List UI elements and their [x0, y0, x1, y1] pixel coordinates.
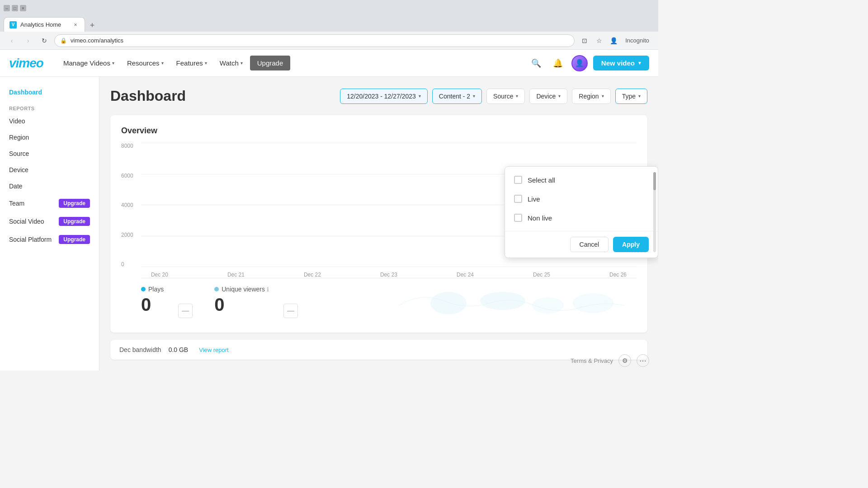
- nav-label-watch: Watch: [220, 59, 239, 67]
- type-dropdown: Select all Live Non live Cancel Apply: [505, 166, 658, 258]
- sidebar-item-region[interactable]: Region: [0, 129, 99, 145]
- sidebar-item-device[interactable]: Device: [0, 162, 99, 178]
- refresh-button[interactable]: ↻: [38, 34, 51, 47]
- chevron-down-icon: ▾: [161, 61, 164, 66]
- sidebar-item-source[interactable]: Source: [0, 145, 99, 162]
- x-label-dec25: Dec 25: [533, 272, 550, 278]
- window-maximize-button[interactable]: □: [12, 5, 18, 11]
- filter-date-range[interactable]: 12/20/2023 - 12/27/2023 ▾: [340, 89, 428, 104]
- address-bar[interactable]: 🔒 vimeo.com/analytics: [54, 34, 575, 47]
- browser-nav-actions: ⊡ ☆ 👤 Incognito: [578, 34, 653, 47]
- upgrade-badge-social-platform[interactable]: Upgrade: [59, 235, 90, 244]
- filter-region[interactable]: Region ▾: [572, 89, 610, 104]
- main-wrapper: Dashboard 12/20/2023 - 12/27/2023 ▾ Cont…: [99, 77, 658, 371]
- cancel-button[interactable]: Cancel: [570, 237, 609, 252]
- live-label: Live: [528, 195, 540, 203]
- dropdown-item-non-live[interactable]: Non live: [505, 208, 658, 227]
- sidebar-item-video[interactable]: Video: [0, 113, 99, 129]
- select-all-label: Select all: [528, 176, 555, 184]
- chevron-down-icon: ▾: [516, 94, 518, 99]
- profile-icon[interactable]: 👤: [607, 34, 620, 47]
- nav-item-manage-videos[interactable]: Manage Videos ▾: [58, 56, 120, 70]
- x-label-dec21: Dec 21: [227, 272, 245, 278]
- chevron-down-icon: ▾: [638, 60, 641, 66]
- nav-label-manage-videos: Manage Videos: [63, 59, 110, 67]
- window-close-button[interactable]: ×: [20, 5, 26, 11]
- sidebar: Dashboard REPORTS Video Region Source De…: [0, 77, 99, 371]
- tab-close-button[interactable]: ×: [72, 21, 79, 28]
- window-minimize-button[interactable]: –: [4, 5, 10, 11]
- notifications-button[interactable]: 🔔: [550, 55, 566, 71]
- y-label-4000: 4000: [121, 202, 133, 208]
- non-live-label: Non live: [528, 214, 552, 222]
- stat-change-viewers: —: [283, 304, 298, 318]
- y-label-8000: 8000: [121, 143, 133, 149]
- y-label-2000: 2000: [121, 232, 133, 238]
- gridline: [141, 267, 637, 267]
- sidebar-item-date[interactable]: Date: [0, 178, 99, 194]
- x-label-dec22: Dec 22: [304, 272, 321, 278]
- region-filter-label: Region: [579, 93, 599, 100]
- terms-privacy: Terms & Privacy: [571, 357, 613, 364]
- filter-content[interactable]: Content - 2 ▾: [432, 89, 482, 104]
- stat-change-plays: —: [178, 304, 193, 318]
- view-report-link[interactable]: View report: [199, 347, 229, 353]
- nav-item-resources[interactable]: Resources ▾: [122, 56, 169, 70]
- forward-button[interactable]: ›: [22, 34, 34, 47]
- sidebar-item-social-platform[interactable]: Social Platform Upgrade: [0, 230, 99, 249]
- dropdown-item-live[interactable]: Live: [505, 189, 658, 208]
- cast-icon[interactable]: ⊡: [578, 34, 591, 47]
- filter-device[interactable]: Device ▾: [529, 89, 567, 104]
- dropdown-scrollbar[interactable]: [653, 172, 656, 252]
- checkbox-select-all[interactable]: [514, 176, 522, 184]
- page-title: Dashboard: [110, 88, 186, 104]
- nav-item-features[interactable]: Features ▾: [171, 56, 212, 70]
- unique-viewers-label: Unique viewers: [222, 286, 265, 293]
- dropdown-actions: Cancel Apply: [505, 231, 658, 258]
- nav-item-watch[interactable]: Watch ▾: [214, 56, 248, 70]
- browser-tab-active[interactable]: V Analytics Home ×: [4, 17, 85, 32]
- x-label-dec24: Dec 24: [457, 272, 474, 278]
- back-button[interactable]: ‹: [5, 34, 18, 47]
- sidebar-label-date: Date: [9, 183, 23, 190]
- vimeo-logo: vimeo: [9, 56, 43, 70]
- new-tab-button[interactable]: +: [86, 19, 99, 32]
- nav-item-upgrade[interactable]: Upgrade: [250, 56, 291, 70]
- more-options-icon[interactable]: ⋯: [637, 354, 649, 367]
- new-video-label: New video: [601, 59, 635, 67]
- app-body: Dashboard REPORTS Video Region Source De…: [0, 77, 658, 371]
- sidebar-item-social-video[interactable]: Social Video Upgrade: [0, 212, 99, 230]
- avatar[interactable]: 👤: [571, 55, 588, 71]
- sidebar-item-dashboard[interactable]: Dashboard: [0, 84, 99, 100]
- stat-value-plays: 0: [141, 295, 164, 315]
- stat-label-0: Plays: [148, 286, 164, 293]
- page-footer: Terms & Privacy ⚙ ⋯: [571, 354, 649, 367]
- search-button[interactable]: 🔍: [528, 55, 544, 71]
- upgrade-badge-social-video[interactable]: Upgrade: [59, 217, 90, 226]
- checkbox-live[interactable]: [514, 195, 522, 203]
- browser-chrome: – □ × V Analytics Home × + ‹ › ↻ 🔒 vimeo…: [0, 0, 658, 50]
- filter-source[interactable]: Source ▾: [486, 89, 525, 104]
- chevron-down-icon: ▾: [419, 94, 421, 99]
- browser-tabs-bar: V Analytics Home × +: [0, 16, 658, 32]
- tab-favicon: V: [9, 21, 17, 28]
- browser-nav-bar: ‹ › ↻ 🔒 vimeo.com/analytics ⊡ ☆ 👤 Incogn…: [0, 32, 658, 50]
- chevron-down-icon: ▾: [473, 94, 475, 99]
- bandwidth-value: 0.0 GB: [169, 346, 189, 353]
- settings-icon[interactable]: ⚙: [618, 354, 631, 367]
- x-label-dec23: Dec 23: [380, 272, 397, 278]
- window-controls: – □ ×: [4, 5, 26, 11]
- source-filter-label: Source: [493, 93, 513, 100]
- bookmark-icon[interactable]: ☆: [593, 34, 605, 47]
- chevron-down-icon: ▾: [241, 61, 243, 66]
- sidebar-label-device: Device: [9, 166, 28, 174]
- apply-button[interactable]: Apply: [613, 237, 649, 252]
- checkbox-non-live[interactable]: [514, 214, 522, 222]
- chevron-down-icon: ▾: [205, 61, 207, 66]
- dropdown-item-select-all[interactable]: Select all: [505, 170, 658, 189]
- browser-titlebar: – □ ×: [0, 0, 658, 16]
- new-video-button[interactable]: New video ▾: [593, 56, 649, 70]
- upgrade-badge-team[interactable]: Upgrade: [59, 199, 90, 208]
- sidebar-item-team[interactable]: Team Upgrade: [0, 194, 99, 212]
- filter-type[interactable]: Type ▾: [615, 89, 647, 104]
